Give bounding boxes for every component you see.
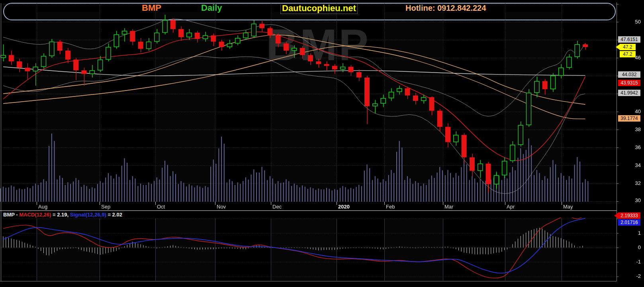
price-chart-canvas[interactable] [0, 0, 644, 287]
badge-arrow-icon [616, 44, 620, 50]
price-badge: 2.19333 [618, 212, 640, 219]
month-label: Apr [507, 204, 515, 210]
chart-window: BMP Daily Dautucophieu.net Hotline: 0912… [0, 0, 644, 287]
month-label: Aug [38, 204, 47, 210]
month-label: Mar [444, 204, 453, 210]
macd-tick-label: -1 [617, 259, 641, 265]
price-badge: 44.032 [618, 71, 640, 78]
price-tick-label: 50 [617, 19, 641, 25]
macd-title-part: MACD(12,26) [19, 212, 51, 218]
price-badge: 41.9942 [618, 90, 640, 96]
macd-tick-label: 0 [617, 244, 641, 250]
price-badge: 43.9315 [618, 80, 640, 86]
price-badge: 39.1774 [618, 115, 640, 122]
price-tick-label: 34 [617, 162, 641, 168]
macd-title-part: = 2.19, [51, 212, 70, 218]
macd-title-part: BMP - [3, 212, 19, 218]
macd-indicator-label: BMP - MACD(12,26) = 2.19, Signal(12,26,9… [2, 211, 125, 218]
price-tick-label: 36 [617, 144, 641, 150]
month-label: Feb [386, 204, 395, 210]
month-label: 2020 [338, 204, 350, 210]
macd-tick-label: -2 [617, 273, 641, 279]
month-label: Oct [157, 204, 165, 210]
macd-title-part: Signal(12,26,9) [70, 212, 106, 218]
pane-separator [0, 210, 617, 211]
price-badge: 2.01716 [618, 219, 640, 226]
month-label: May [563, 204, 573, 210]
price-badge: 47.2 [620, 44, 636, 50]
macd-title-part: = 2.02 [106, 212, 122, 218]
price-tick-label: 40 [617, 108, 641, 114]
price-tick-label: 38 [617, 126, 641, 132]
month-label: Sep [101, 204, 110, 210]
price-badge: 47.6151 [618, 36, 640, 43]
price-tick-label: 30 [617, 197, 641, 203]
month-label: Nov [217, 204, 226, 210]
month-label: Dec [272, 204, 282, 210]
macd-tick-label: 1 [617, 230, 641, 236]
badge-arrow-icon [614, 213, 618, 218]
price-tick-label: 32 [617, 180, 641, 186]
price-badge: 47.2 [620, 51, 636, 57]
